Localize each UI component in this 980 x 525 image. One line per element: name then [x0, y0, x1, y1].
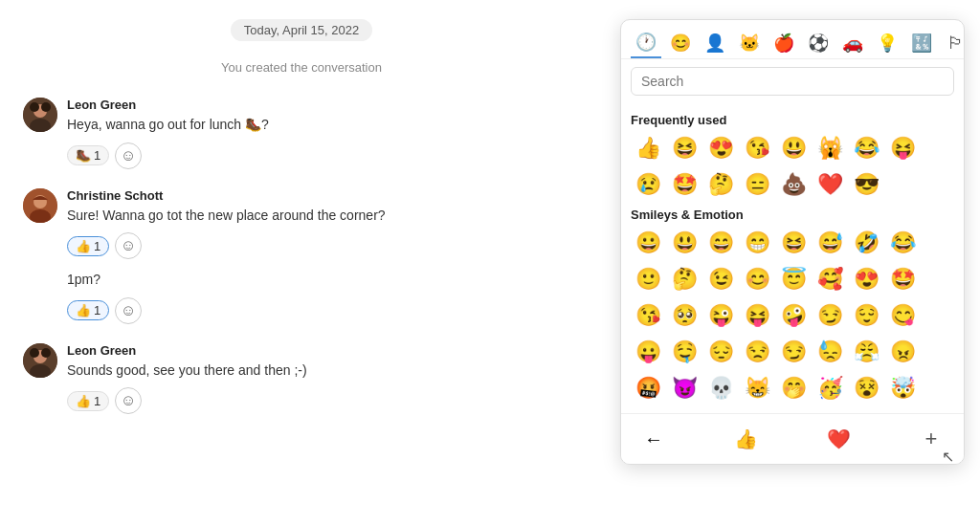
add-reaction-button[interactable]: ☺: [115, 232, 142, 259]
emoji-item[interactable]: 🤣: [849, 226, 883, 260]
emoji-item[interactable]: 😒: [740, 335, 774, 369]
emoji-item[interactable]: 😜: [703, 298, 738, 333]
reaction-bar: 👍1 ☺: [67, 387, 580, 414]
svg-point-12: [41, 348, 51, 358]
message-text: Sounds good, see you there and then ;-): [67, 361, 580, 381]
avatar: [23, 188, 57, 223]
message-group: Christine Schott Sure! Wanna go tot the …: [23, 188, 580, 324]
tab-activities[interactable]: ⚽: [803, 28, 834, 58]
emoji-item[interactable]: 🙀: [813, 131, 847, 165]
reaction-badge[interactable]: 👍1: [67, 391, 109, 411]
emoji-item[interactable]: 😁: [740, 226, 774, 260]
emoji-item[interactable]: 😍: [849, 262, 883, 296]
reaction-badge[interactable]: 👍1: [67, 300, 109, 320]
emoji-footer: ← 👍 ❤️ + ↖: [621, 413, 964, 464]
emoji-item[interactable]: 😝: [740, 298, 774, 333]
add-reaction-button[interactable]: ☺: [115, 387, 142, 414]
emoji-item[interactable]: 😃: [776, 131, 811, 165]
emoji-item[interactable]: 😂: [849, 131, 883, 165]
add-reaction-button[interactable]: ☺: [115, 142, 142, 169]
heart-button[interactable]: ❤️: [821, 422, 856, 456]
emoji-item[interactable]: 🤤: [667, 335, 702, 369]
emoji-item[interactable]: 🤔: [703, 167, 738, 202]
tab-animals[interactable]: 🐱: [734, 28, 765, 58]
emoji-item[interactable]: 😘: [740, 131, 774, 165]
emoji-item[interactable]: 🤪: [776, 298, 811, 333]
tab-flags[interactable]: 🏳: [941, 28, 965, 58]
emoji-item[interactable]: 😄: [703, 226, 738, 260]
emoji-item[interactable]: 🙂: [631, 262, 665, 296]
emoji-item[interactable]: 🥰: [813, 262, 847, 296]
message-text: Heya, wanna go out for lunch 🥾?: [67, 116, 580, 135]
emoji-item[interactable]: 😆: [776, 226, 811, 260]
tab-people[interactable]: 👤: [700, 28, 730, 58]
tab-symbols[interactable]: 🔣: [906, 28, 937, 58]
tab-recent[interactable]: 🕐: [631, 28, 661, 58]
tab-food[interactable]: 🍎: [768, 28, 799, 58]
emoji-item[interactable]: 😔: [703, 335, 738, 369]
sender-name: Leon Green: [67, 98, 580, 112]
emoji-item[interactable]: 😉: [703, 262, 738, 296]
emoji-grid-smileys: 😀 😃 😄 😁 😆 😅 🤣 😂 🙂 🤔 😉 😊 😇 🥰 😍 🤩 😘 🥺 😜 😝 …: [631, 226, 954, 405]
emoji-item[interactable]: 🤭: [776, 371, 811, 405]
emoji-item[interactable]: 😅: [813, 226, 847, 260]
thumbs-up-button[interactable]: 👍: [729, 422, 764, 456]
date-divider: Today, April 15, 2022: [23, 19, 580, 41]
emoji-item[interactable]: 🥺: [667, 298, 702, 333]
tab-objects[interactable]: 💡: [872, 28, 902, 58]
emoji-item[interactable]: 😵: [849, 371, 883, 405]
emoji-item[interactable]: 😃: [667, 226, 702, 260]
emoji-item[interactable]: 😋: [885, 298, 920, 333]
emoji-item[interactable]: 😎: [849, 167, 883, 202]
emoji-item[interactable]: 🤯: [885, 371, 920, 405]
emoji-item[interactable]: 🤩: [667, 167, 702, 202]
emoji-item[interactable]: 😆: [667, 131, 702, 165]
back-button[interactable]: ←: [636, 422, 671, 456]
emoji-item[interactable]: 👍: [631, 131, 665, 165]
section-label-smileys: Smileys & Emotion: [631, 208, 954, 222]
emoji-item[interactable]: 😇: [776, 262, 811, 296]
emoji-item[interactable]: 😀: [631, 226, 665, 260]
emoji-item[interactable]: 🤬: [631, 371, 665, 405]
message-content: Leon Green Heya, wanna go out for lunch …: [67, 98, 580, 169]
emoji-item[interactable]: 😝: [885, 131, 920, 165]
tab-smileys[interactable]: 😊: [665, 28, 696, 58]
message-text: Sure! Wanna go tot the new place around …: [67, 207, 580, 226]
emoji-item[interactable]: 😈: [667, 371, 702, 405]
emoji-item[interactable]: 🤩: [885, 262, 920, 296]
emoji-item[interactable]: 😘: [631, 298, 665, 333]
emoji-item[interactable]: 😤: [849, 335, 883, 369]
emoji-item[interactable]: 😸: [740, 371, 774, 405]
emoji-tab-bar: 🕐 😊 👤 🐱 🍎 ⚽ 🚗 💡 🔣 🏳: [621, 20, 964, 59]
emoji-item[interactable]: 🥳: [813, 371, 847, 405]
emoji-item[interactable]: 😑: [740, 167, 774, 202]
search-wrapper: [621, 59, 964, 103]
emoji-item[interactable]: 😂: [885, 226, 920, 260]
emoji-item[interactable]: 😛: [631, 335, 665, 369]
svg-point-11: [30, 348, 39, 358]
avatar: [23, 98, 57, 132]
emoji-item[interactable]: ❤️: [813, 167, 847, 202]
emoji-item[interactable]: 😊: [740, 262, 774, 296]
reaction-badge[interactable]: 🥾1: [67, 145, 109, 165]
tab-travel[interactable]: 🚗: [837, 28, 868, 58]
date-pill-text: Today, April 15, 2022: [231, 19, 372, 41]
emoji-item[interactable]: 🤔: [667, 262, 702, 296]
emoji-item[interactable]: 😓: [813, 335, 847, 369]
reaction-badge[interactable]: 👍1: [67, 236, 109, 256]
emoji-item[interactable]: 😠: [885, 335, 920, 369]
emoji-picker: 🕐 😊 👤 🐱 🍎 ⚽ 🚗 💡 🔣 🏳 Frequently used 👍 😆 …: [620, 19, 965, 465]
search-input[interactable]: [631, 67, 954, 96]
add-reaction-button[interactable]: ☺: [115, 297, 142, 324]
emoji-item[interactable]: 😌: [849, 298, 883, 333]
add-emoji-button[interactable]: + ↖: [914, 422, 948, 456]
svg-point-4: [41, 102, 51, 112]
emoji-item[interactable]: 😍: [703, 131, 738, 165]
emoji-item[interactable]: 😢: [631, 167, 665, 202]
sender-name: Christine Schott: [67, 188, 580, 203]
emoji-item[interactable]: 💩: [776, 167, 811, 202]
emoji-item[interactable]: 😏: [813, 298, 847, 333]
message-group: Leon Green Sounds good, see you there an…: [23, 343, 580, 415]
emoji-item[interactable]: 😏: [776, 335, 811, 369]
emoji-item[interactable]: 💀: [703, 371, 738, 405]
